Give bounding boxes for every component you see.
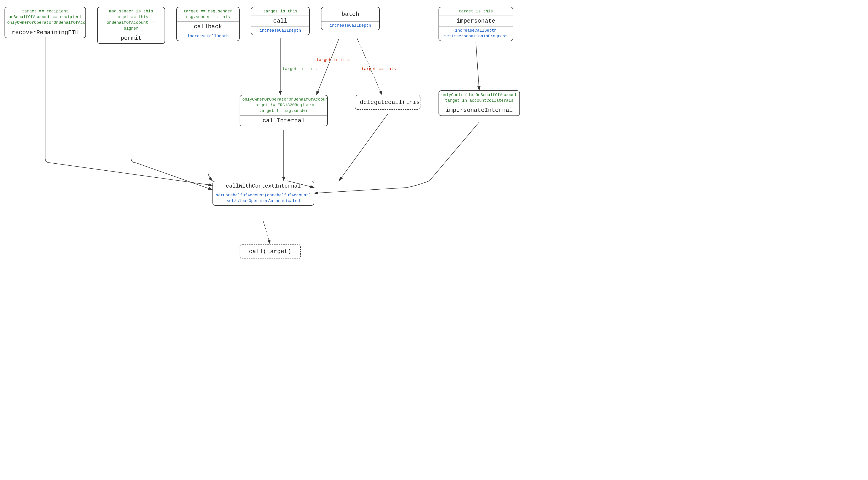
node-callWithContextInternal: callWithContextInternal setOnBehalfOfAcc… bbox=[213, 181, 314, 206]
conditions-callback: target == msg.sendermsg.sender is this bbox=[177, 7, 239, 21]
svg-text:target == this: target == this bbox=[362, 67, 396, 71]
svg-text:target is this: target is this bbox=[316, 58, 350, 62]
calls-call: increaseCallDepth bbox=[251, 26, 309, 35]
node-delegatecallThis: delegatecall(this) bbox=[355, 95, 421, 110]
arrow-callback-to-cwci bbox=[208, 39, 213, 181]
diagram-container: target == recipientonBehalfOfAccount == … bbox=[0, 0, 868, 480]
node-callback: target == msg.sendermsg.sender is this c… bbox=[176, 7, 240, 41]
arrows-svg: target is this target is this target == … bbox=[0, 0, 868, 480]
node-impersonateInternal: onlyControllerOnBehalfOfAccounttarget in… bbox=[438, 90, 520, 116]
arrow-batch-to-callinternal bbox=[316, 38, 339, 95]
name-impersonate: impersonate bbox=[439, 16, 513, 26]
name-recoverRemainingETH: recoverRemainingETH bbox=[5, 27, 86, 38]
name-permit: permit bbox=[98, 33, 164, 43]
conditions-call: target is this bbox=[251, 7, 309, 15]
node-permit: msg.sender is thistarget == thisonBehalf… bbox=[97, 7, 165, 44]
arrow-cwci-to-calltarget bbox=[264, 221, 270, 244]
node-impersonate: target is this impersonate increaseCallD… bbox=[438, 7, 513, 41]
name-callWithContextInternal: callWithContextInternal bbox=[213, 181, 314, 191]
name-callback: callback bbox=[177, 22, 239, 32]
node-callTarget: call(target) bbox=[240, 244, 301, 259]
conditions-impersonateInternal: onlyControllerOnBehalfOfAccounttarget in… bbox=[439, 91, 520, 105]
node-recoverRemainingETH: target == recipientonBehalfOfAccount == … bbox=[4, 7, 86, 38]
calls-impersonate: increaseCallDepthsetImpersonationInProgr… bbox=[439, 26, 513, 40]
name-batch: batch bbox=[321, 7, 379, 21]
calls-batch: increaseCallDepth bbox=[321, 22, 379, 30]
conditions-permit: msg.sender is thistarget == thisonBehalf… bbox=[98, 7, 164, 33]
conditions-recoverRemainingETH: target == recipientonBehalfOfAccount == … bbox=[5, 7, 86, 27]
calls-callWithContextInternal: setOnBehalfOfAccount(onBehalfOfAccount)s… bbox=[213, 191, 314, 205]
name-callInternal: callInternal bbox=[240, 116, 327, 126]
arrow-batch-to-delegatecall bbox=[357, 38, 382, 95]
arrow-delegatecall-to-cwci bbox=[339, 114, 388, 181]
node-batch: batch increaseCallDepth bbox=[321, 7, 380, 30]
conditions-callInternal: onlyOwnerOrOperatorOnBehalfOfAccounttarg… bbox=[240, 95, 327, 115]
name-call: call bbox=[251, 16, 309, 26]
svg-text:target is this: target is this bbox=[283, 67, 317, 71]
arrow-permit-to-cwci bbox=[131, 37, 213, 190]
name-impersonateInternal: impersonateInternal bbox=[439, 105, 520, 116]
arrow-impersonate-to-impersonateinternal bbox=[476, 42, 479, 90]
calls-callback: increaseCallDepth bbox=[177, 32, 239, 40]
arrow-impersonateinternal-to-cwci bbox=[314, 122, 479, 193]
conditions-impersonate: target is this bbox=[439, 7, 513, 15]
name-callTarget: call(target) bbox=[240, 245, 300, 259]
name-delegatecallThis: delegatecall(this) bbox=[355, 95, 420, 109]
node-callInternal: onlyOwnerOrOperatorOnBehalfOfAccounttarg… bbox=[240, 95, 328, 126]
arrow-recover-to-cwci bbox=[45, 37, 213, 185]
node-call: target is this call increaseCallDepth bbox=[251, 7, 310, 35]
